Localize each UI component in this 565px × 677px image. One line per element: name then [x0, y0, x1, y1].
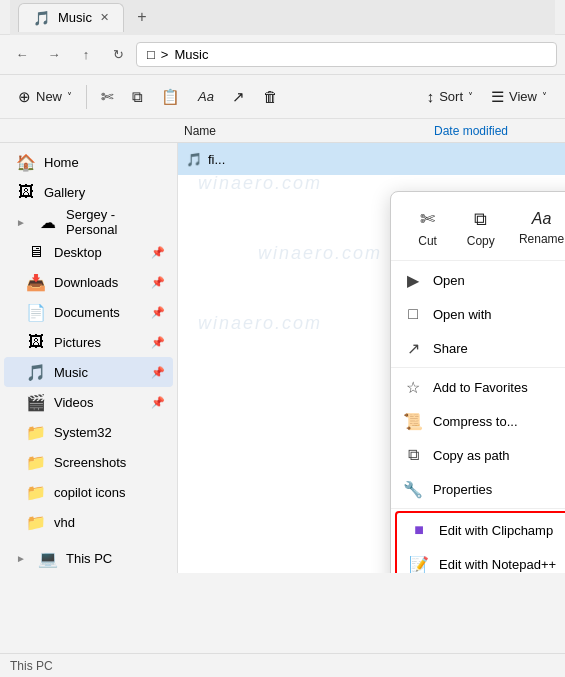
- ctx-open-with-label: Open with: [433, 307, 565, 322]
- sidebar-item-pictures[interactable]: 🖼 Pictures 📌: [4, 327, 173, 357]
- ctx-share2-button[interactable]: ↗ Share: [391, 331, 565, 365]
- pin-icon-downloads: 📌: [151, 276, 165, 289]
- pin-icon-desktop: 📌: [151, 246, 165, 259]
- sidebar-label-this-pc: This PC: [66, 551, 165, 566]
- up-icon: ↑: [83, 47, 90, 62]
- cut-button[interactable]: ✄: [93, 83, 122, 111]
- col-header-name[interactable]: Name: [178, 124, 428, 138]
- sidebar-label-downloads: Downloads: [54, 275, 143, 290]
- col-header-date[interactable]: Date modified: [428, 124, 508, 138]
- ctx-copy-path-button[interactable]: ⧉ Copy as path Ctrl+Shift+C: [391, 438, 565, 472]
- path-separator: >: [161, 47, 169, 62]
- paste-button[interactable]: 📋: [153, 83, 188, 111]
- sidebar-label-screenshots: Screenshots: [54, 455, 165, 470]
- ctx-cut-button[interactable]: ✄ Cut: [403, 202, 453, 254]
- sidebar-item-gallery[interactable]: 🖼 Gallery: [4, 177, 173, 207]
- view-icon: ☰: [491, 88, 504, 106]
- ctx-clipchamp-button[interactable]: ■ Edit with Clipchamp: [397, 513, 565, 547]
- sidebar-item-this-pc[interactable]: ► 💻 This PC: [4, 543, 173, 573]
- rename-button[interactable]: Aa: [190, 84, 222, 109]
- ctx-copy-path-icon: ⧉: [403, 446, 423, 464]
- home-icon: 🏠: [16, 153, 36, 172]
- tab-close-button[interactable]: ✕: [100, 11, 109, 24]
- back-button[interactable]: ←: [8, 41, 36, 69]
- refresh-button[interactable]: ↻: [104, 41, 132, 69]
- context-menu-top-bar: ✄ Cut ⧉ Copy Aa Rename ↗ Share 🗑 Dele: [391, 196, 565, 261]
- ctx-compress-button[interactable]: 📜 Compress to... ►: [391, 404, 565, 438]
- ctx-clipchamp-icon: ■: [409, 521, 429, 539]
- tab-music-icon: 🎵: [33, 10, 50, 26]
- ctx-open-icon: ▶: [403, 271, 423, 290]
- sidebar-item-downloads[interactable]: 📥 Downloads 📌: [4, 267, 173, 297]
- ctx-cut-label: Cut: [418, 234, 437, 248]
- this-pc-icon: 💻: [38, 549, 58, 568]
- ctx-sep-1: [391, 367, 565, 368]
- context-menu: ✄ Cut ⧉ Copy Aa Rename ↗ Share 🗑 Dele: [390, 191, 565, 573]
- path-music: Music: [174, 47, 208, 62]
- paste-icon: 📋: [161, 88, 180, 106]
- ctx-open-with-icon: □: [403, 305, 423, 323]
- vhd-icon: 📁: [26, 513, 46, 532]
- sidebar-item-vhd[interactable]: 📁 vhd: [4, 507, 173, 537]
- file-name: fi...: [208, 152, 225, 167]
- sidebar-item-desktop[interactable]: 🖥 Desktop 📌: [4, 237, 173, 267]
- ctx-copy-label: Copy: [467, 234, 495, 248]
- ctx-favorites-button[interactable]: ☆ Add to Favorites: [391, 370, 565, 404]
- up-button[interactable]: ↑: [72, 41, 100, 69]
- delete-button[interactable]: 🗑: [255, 83, 286, 110]
- forward-button[interactable]: →: [40, 41, 68, 69]
- expander-icon: ►: [16, 217, 30, 228]
- ctx-sep-2: [391, 508, 565, 509]
- active-tab[interactable]: 🎵 Music ✕: [18, 3, 124, 32]
- ctx-share2-icon: ↗: [403, 339, 423, 358]
- delete-icon: 🗑: [263, 88, 278, 105]
- title-bar: 🎵 Music ✕ +: [0, 0, 565, 35]
- sidebar-item-copilot[interactable]: 📁 copilot icons: [4, 477, 173, 507]
- sidebar-item-screenshots[interactable]: 📁 Screenshots: [4, 447, 173, 477]
- documents-icon: 📄: [26, 303, 46, 322]
- view-chevron: ˅: [542, 91, 547, 102]
- ctx-open-button[interactable]: ▶ Open Enter: [391, 263, 565, 297]
- pictures-icon: 🖼: [26, 333, 46, 351]
- rename-icon: Aa: [198, 89, 214, 104]
- address-path[interactable]: □ > Music: [136, 42, 557, 67]
- pin-icon-music: 📌: [151, 366, 165, 379]
- cloud-icon: ☁: [38, 213, 58, 232]
- sidebar-item-videos[interactable]: 🎬 Videos 📌: [4, 387, 173, 417]
- ctx-compress-icon: 📜: [403, 412, 423, 431]
- view-button[interactable]: ☰ View ˅: [483, 83, 555, 111]
- screenshots-icon: 📁: [26, 453, 46, 472]
- sidebar-item-home[interactable]: 🏠 Home: [4, 147, 173, 177]
- tab-title: Music: [58, 10, 92, 25]
- downloads-icon: 📥: [26, 273, 46, 292]
- ctx-open-with-button[interactable]: □ Open with ►: [391, 297, 565, 331]
- new-chevron: ˅: [67, 91, 72, 102]
- sort-chevron: ˅: [468, 91, 473, 102]
- system32-icon: 📁: [26, 423, 46, 442]
- cut-icon: ✄: [101, 88, 114, 106]
- ctx-copy-button[interactable]: ⧉ Copy: [456, 203, 506, 254]
- toolbar: ⊕ New ˅ ✄ ⧉ 📋 Aa ↗ 🗑 ↕ Sort ˅ ☰ View ˅: [0, 75, 565, 119]
- sidebar-item-music[interactable]: 🎵 Music 📌: [4, 357, 173, 387]
- sidebar-item-system32[interactable]: 📁 System32: [4, 417, 173, 447]
- new-button[interactable]: ⊕ New ˅: [10, 83, 80, 111]
- sort-button[interactable]: ↕ Sort ˅: [419, 83, 481, 111]
- ctx-rename-button[interactable]: Aa Rename: [509, 204, 565, 252]
- back-icon: ←: [16, 47, 29, 62]
- watermark-1: winaero.com: [198, 173, 322, 194]
- file-row[interactable]: 🎵 fi...: [178, 143, 565, 175]
- sidebar-label-music: Music: [54, 365, 143, 380]
- ctx-rename-icon: Aa: [532, 210, 552, 228]
- ctx-properties-button[interactable]: 🔧 Properties Alt+Enter: [391, 472, 565, 506]
- sidebar-item-documents[interactable]: 📄 Documents 📌: [4, 297, 173, 327]
- new-label: New: [36, 89, 62, 104]
- share-button[interactable]: ↗: [224, 83, 253, 111]
- desktop-icon: 🖥: [26, 243, 46, 261]
- new-tab-button[interactable]: +: [128, 3, 156, 31]
- content-area[interactable]: winaero.com winaero.com winaero.com 🎵 fi…: [178, 143, 565, 573]
- copy-button[interactable]: ⧉: [124, 83, 151, 111]
- sidebar-item-cloud[interactable]: ► ☁ Sergey - Personal: [4, 207, 173, 237]
- sidebar-label-copilot: copilot icons: [54, 485, 165, 500]
- pin-icon-videos: 📌: [151, 396, 165, 409]
- ctx-notepadpp-button[interactable]: 📝 Edit with Notepad++: [397, 547, 565, 573]
